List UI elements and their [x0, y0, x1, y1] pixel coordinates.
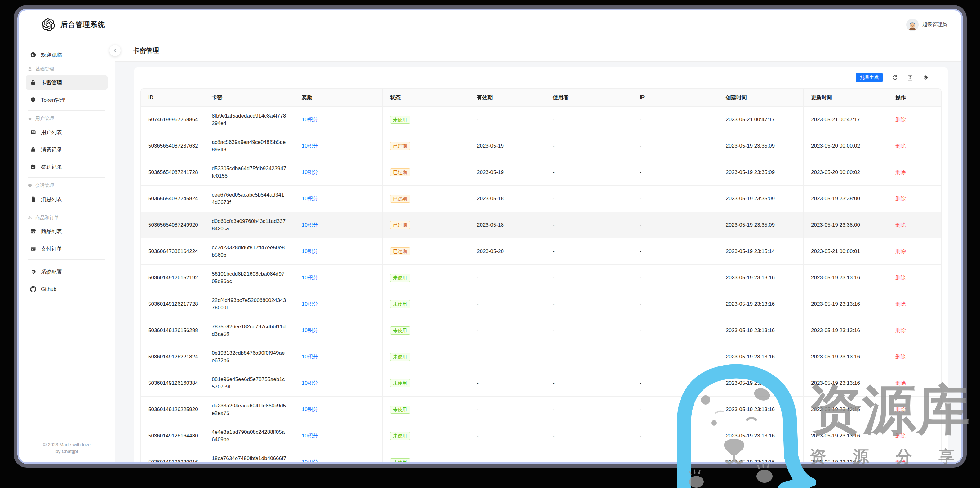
cell-created: 2023-05-19 23:13:16 [718, 423, 803, 449]
sidebar-menu: 欢迎观临基础管理卡密管理Token管理用户管理用户列表消费记录签到记录会话管理消… [26, 48, 108, 299]
reward-link[interactable]: 10积分 [302, 301, 318, 307]
reward-link[interactable]: 10积分 [302, 248, 318, 254]
delete-link[interactable]: 删除 [896, 354, 906, 360]
row-id: 50360149126164480 [148, 433, 198, 439]
delete-link[interactable]: 删除 [896, 143, 906, 149]
cell-user: - [545, 265, 632, 291]
table-row: 5036014912621772822cf4d493bc7e5200680024… [141, 291, 942, 318]
sidebar-item-Github[interactable]: Github [26, 282, 108, 297]
smiley-icon [30, 52, 36, 58]
cell-id: 50360149126152192 [141, 265, 204, 291]
reward-link[interactable]: 10积分 [302, 275, 318, 281]
table-row: 50360149126160384881e96e45ee6d5e78755aeb… [141, 370, 942, 397]
reward-link[interactable]: 10积分 [302, 380, 318, 386]
reward-link[interactable]: 10积分 [302, 327, 318, 333]
sidebar: 欢迎观临基础管理卡密管理Token管理用户管理用户列表消费记录签到记录会话管理消… [19, 40, 115, 462]
delete-link[interactable]: 删除 [896, 275, 906, 281]
content: 卡密管理 批量生成 ID卡密奖励状态有效期使用者IP创建时间更新时间操作 [115, 40, 961, 462]
sitemap-icon [28, 216, 32, 220]
delete-link[interactable]: 删除 [896, 116, 906, 122]
reward-link[interactable]: 10积分 [302, 459, 318, 462]
cell-action: 删除 [888, 265, 942, 291]
delete-link[interactable]: 删除 [896, 433, 906, 439]
row-id: 50365654087245824 [148, 196, 198, 202]
cell-expiry: - [469, 318, 545, 344]
cell-user: - [545, 423, 632, 449]
delete-link[interactable]: 删除 [896, 301, 906, 307]
sidebar-section-label: 用户管理 [26, 116, 108, 122]
cell-updated: 2023-05-19 23:13:16 [803, 397, 888, 423]
sidebar-collapse-button[interactable] [110, 45, 121, 56]
status-badge: 未使用 [390, 274, 410, 282]
row-id: 50365654087241728 [148, 169, 198, 175]
cell-user: - [545, 449, 632, 462]
cell-expiry: - [469, 449, 545, 462]
settings-gear-icon[interactable] [922, 75, 929, 81]
github-icon [30, 286, 36, 292]
cell-action: 删除 [888, 107, 942, 133]
sidebar-item-消息列表[interactable]: 消息列表 [26, 192, 108, 207]
cell-id: 50360149126217728 [141, 291, 204, 318]
sidebar-divider [28, 110, 105, 111]
cell-status: 未使用 [383, 449, 469, 462]
reward-link[interactable]: 10积分 [302, 169, 318, 175]
status-badge: 未使用 [390, 353, 410, 361]
reward-link[interactable]: 10积分 [302, 222, 318, 228]
cell-id: 50360149126156288 [141, 318, 204, 344]
row-id: 50360149126230016 [148, 459, 198, 462]
cell-updated: 2023-05-21 00:47:17 [803, 107, 888, 133]
delete-link[interactable]: 删除 [896, 196, 906, 202]
page-title: 卡密管理 [133, 46, 159, 55]
delete-link[interactable]: 删除 [896, 327, 906, 333]
content-body: 批量生成 ID卡密奖励状态有效期使用者IP创建时间更新时间操作 50746199… [115, 62, 961, 462]
cell-id: 50365654087245824 [141, 186, 204, 212]
cell-action: 删除 [888, 397, 942, 423]
cell-expiry: - [469, 423, 545, 449]
cell-key: d53305cdba64d75fdb93423947fc0155 [204, 159, 294, 186]
delete-link[interactable]: 删除 [896, 169, 906, 175]
status-badge: 已过期 [390, 142, 410, 150]
user-menu[interactable]: 超级管理员 [906, 19, 947, 31]
reward-link[interactable]: 10积分 [302, 433, 318, 439]
cell-user: - [545, 291, 632, 318]
sidebar-item-Token管理[interactable]: Token管理 [26, 92, 108, 107]
cell-updated: 2023-05-20 00:00:02 [803, 133, 888, 159]
cell-user: - [545, 397, 632, 423]
lock-icon [30, 79, 36, 86]
shop-icon [30, 228, 36, 234]
cell-user: - [545, 344, 632, 370]
cell-ip: - [632, 238, 718, 265]
delete-link[interactable]: 删除 [896, 222, 906, 228]
column-height-icon[interactable] [907, 75, 913, 81]
reward-link[interactable]: 10积分 [302, 354, 318, 360]
sidebar-item-欢迎观临[interactable]: 欢迎观临 [26, 48, 108, 62]
cell-ip: - [632, 159, 718, 186]
delete-link[interactable]: 删除 [896, 248, 906, 254]
calendar-check-icon [30, 164, 36, 170]
card-key: 4e4e3a1ad790a08c24288ff05a6409be [212, 429, 285, 442]
delete-link[interactable]: 删除 [896, 459, 906, 462]
sidebar-item-用户列表[interactable]: 用户列表 [26, 125, 108, 140]
cell-action: 删除 [888, 159, 942, 186]
sidebar-item-签到记录[interactable]: 签到记录 [26, 159, 108, 174]
delete-link[interactable]: 删除 [896, 407, 906, 412]
reward-link[interactable]: 10积分 [302, 143, 318, 149]
sidebar-item-系统配置[interactable]: 系统配置 [26, 264, 108, 279]
sidebar-item-支付订单[interactable]: 支付订单 [26, 241, 108, 256]
card-key: ac8ac5639a9ea49ce048f5b5ae89aff8 [212, 139, 286, 153]
batch-generate-button[interactable]: 批量生成 [856, 73, 883, 82]
user-name: 超级管理员 [922, 21, 947, 28]
delete-link[interactable]: 删除 [896, 380, 906, 386]
sidebar-item-label: 欢迎观临 [41, 51, 62, 59]
sidebar-item-卡密管理[interactable]: 卡密管理 [26, 75, 108, 90]
sidebar-item-消费记录[interactable]: 消费记录 [26, 142, 108, 157]
reward-link[interactable]: 10积分 [302, 196, 318, 202]
cell-ip: - [632, 370, 718, 397]
reward-link[interactable]: 10积分 [302, 407, 318, 412]
cell-status: 未使用 [383, 370, 469, 397]
refresh-icon[interactable] [892, 75, 898, 81]
card-key: da233a204eaca6041fe850c9d5e2ea75 [212, 403, 286, 416]
sidebar-item-商品列表[interactable]: 商品列表 [26, 224, 108, 239]
reward-link[interactable]: 10积分 [302, 116, 318, 122]
cell-action: 删除 [888, 186, 942, 212]
